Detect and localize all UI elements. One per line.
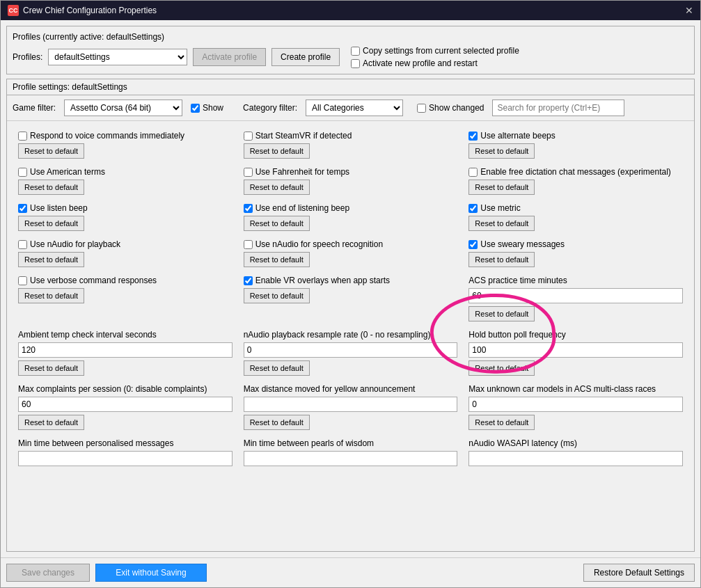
enable-vr-checkbox[interactable] bbox=[244, 276, 253, 285]
end-listen-beep-label: Use end of listening beep bbox=[255, 203, 349, 213]
profiles-section-title: Profiles (currently active: defaultSetti… bbox=[13, 32, 688, 42]
american-terms-checkbox[interactable] bbox=[18, 168, 27, 177]
show-changed-label: Show changed bbox=[429, 103, 484, 113]
ambient-temp-input[interactable] bbox=[18, 342, 233, 358]
american-terms-reset[interactable]: Reset to default bbox=[18, 180, 84, 195]
acs-practice-reset[interactable]: Reset to default bbox=[468, 306, 535, 321]
end-listen-beep-checkbox[interactable] bbox=[244, 204, 253, 213]
setting-start-steamvr: Start SteamVR if detected Reset to defau… bbox=[238, 127, 464, 163]
setting-hold-button-poll: Hold button poll frequency Reset to defa… bbox=[463, 326, 688, 380]
setting-min-time-personalised: Min time between personalised messages bbox=[13, 434, 238, 470]
naudio-speech-checkbox[interactable] bbox=[244, 240, 253, 249]
naudio-playback-checkbox[interactable] bbox=[18, 240, 27, 249]
start-steamvr-reset[interactable]: Reset to default bbox=[244, 143, 310, 159]
create-profile-button[interactable]: Create profile bbox=[271, 48, 340, 66]
max-complaints-input[interactable] bbox=[18, 397, 233, 412]
free-dictation-reset[interactable]: Reset to default bbox=[468, 180, 535, 195]
respond-voice-checkbox[interactable] bbox=[18, 132, 27, 141]
setting-sweary-messages: Use sweary messages Reset to default bbox=[463, 235, 688, 271]
game-filter-dropdown[interactable]: Assetto Corsa (64 bit) bbox=[64, 100, 182, 116]
min-time-pearls-input[interactable] bbox=[244, 451, 458, 466]
game-filter-label: Game filter: bbox=[13, 103, 56, 113]
show-checkbox[interactable] bbox=[191, 104, 200, 113]
fahrenheit-reset[interactable]: Reset to default bbox=[244, 180, 310, 195]
naudio-playback-reset[interactable]: Reset to default bbox=[18, 252, 84, 267]
free-dictation-checkbox[interactable] bbox=[468, 168, 478, 177]
fahrenheit-checkbox[interactable] bbox=[244, 168, 253, 177]
verbose-commands-reset[interactable]: Reset to default bbox=[18, 288, 84, 303]
show-label: Show bbox=[203, 103, 223, 113]
search-input[interactable] bbox=[492, 100, 624, 116]
activate-restart-checkbox[interactable] bbox=[351, 59, 360, 68]
setting-naudio-resample: nAudio playback resample rate (0 - no re… bbox=[238, 326, 464, 380]
profiles-dropdown[interactable]: defaultSettings bbox=[48, 49, 187, 65]
copy-settings-checkbox[interactable] bbox=[351, 47, 360, 56]
max-distance-yellow-reset[interactable]: Reset to default bbox=[244, 415, 310, 430]
restore-defaults-button[interactable]: Restore Default Settings bbox=[583, 564, 695, 582]
max-unknown-cars-label: Max unknown car models in ACS multi-clas… bbox=[468, 384, 683, 394]
listen-beep-label: Use listen beep bbox=[30, 203, 88, 213]
free-dictation-label: Enable free dictation chat messages (exp… bbox=[480, 167, 670, 177]
window-title: Crew Chief Configuration Properties bbox=[23, 6, 157, 15]
alt-beeps-reset[interactable]: Reset to default bbox=[468, 143, 535, 159]
end-listen-beep-reset[interactable]: Reset to default bbox=[244, 216, 310, 231]
max-complaints-label: Max complaints per session (0: disable c… bbox=[18, 384, 233, 394]
listen-beep-reset[interactable]: Reset to default bbox=[18, 216, 84, 231]
max-unknown-cars-reset[interactable]: Reset to default bbox=[468, 415, 535, 430]
naudio-resample-reset[interactable]: Reset to default bbox=[244, 360, 310, 376]
verbose-commands-checkbox[interactable] bbox=[18, 276, 27, 285]
naudio-speech-reset[interactable]: Reset to default bbox=[244, 252, 310, 267]
profiles-section: Profiles (currently active: defaultSetti… bbox=[6, 26, 695, 74]
naudio-speech-label: Use nAudio for speech recognition bbox=[255, 239, 383, 249]
setting-enable-vr: Enable VR overlays when app starts Reset… bbox=[238, 271, 464, 326]
min-time-personalised-input[interactable] bbox=[18, 451, 233, 466]
ambient-temp-label: Ambient temp check interval seconds bbox=[18, 330, 233, 340]
exit-without-saving-button[interactable]: Exit without Saving bbox=[95, 564, 207, 582]
use-metric-reset[interactable]: Reset to default bbox=[468, 216, 535, 231]
max-distance-yellow-input[interactable] bbox=[244, 397, 458, 412]
filters-row: Game filter: Assetto Corsa (64 bit) Show… bbox=[7, 95, 694, 121]
naudio-wasapi-input[interactable] bbox=[468, 451, 683, 466]
setting-listen-beep: Use listen beep Reset to default bbox=[13, 199, 238, 235]
settings-scroll-area[interactable]: Respond to voice commands immediately Re… bbox=[7, 121, 694, 551]
start-steamvr-checkbox[interactable] bbox=[244, 132, 253, 141]
respond-voice-reset[interactable]: Reset to default bbox=[18, 143, 84, 159]
enable-vr-label: Enable VR overlays when app starts bbox=[255, 276, 390, 285]
start-steamvr-label: Start SteamVR if detected bbox=[255, 131, 352, 141]
setting-fahrenheit: Use Fahrenheit for temps Reset to defaul… bbox=[238, 163, 464, 199]
category-filter-dropdown[interactable]: All Categories bbox=[306, 100, 403, 116]
use-metric-checkbox[interactable] bbox=[468, 204, 478, 213]
sweary-messages-reset[interactable]: Reset to default bbox=[468, 252, 535, 267]
setting-ambient-temp: Ambient temp check interval seconds Rese… bbox=[13, 326, 238, 380]
setting-end-listen-beep: Use end of listening beep Reset to defau… bbox=[238, 199, 464, 235]
fahrenheit-label: Use Fahrenheit for temps bbox=[255, 167, 349, 177]
activate-restart-label: Activate new profile and restart bbox=[363, 58, 478, 68]
main-window: CC Crew Chief Configuration Properties ✕… bbox=[0, 0, 701, 588]
alt-beeps-checkbox[interactable] bbox=[468, 132, 478, 141]
setting-naudio-playback: Use nAudio for playback Reset to default bbox=[13, 235, 238, 271]
setting-naudio-speech: Use nAudio for speech recognition Reset … bbox=[238, 235, 464, 271]
ambient-temp-reset[interactable]: Reset to default bbox=[18, 360, 84, 376]
naudio-wasapi-label: nAudio WASAPI latency (ms) bbox=[468, 438, 683, 448]
listen-beep-checkbox[interactable] bbox=[18, 204, 27, 213]
hold-button-poll-input[interactable] bbox=[468, 342, 683, 358]
save-changes-button[interactable]: Save changes bbox=[6, 564, 90, 582]
max-unknown-cars-input[interactable] bbox=[468, 397, 683, 412]
sweary-messages-label: Use sweary messages bbox=[480, 239, 565, 249]
close-button[interactable]: ✕ bbox=[685, 5, 693, 16]
naudio-resample-label: nAudio playback resample rate (0 - no re… bbox=[244, 330, 458, 340]
setting-american-terms: Use American terms Reset to default bbox=[13, 163, 238, 199]
max-distance-yellow-label: Max distance moved for yellow announceme… bbox=[244, 384, 458, 394]
activate-profile-button[interactable]: Activate profile bbox=[193, 48, 266, 66]
alt-beeps-label: Use alternate beeps bbox=[480, 131, 555, 141]
show-changed-checkbox[interactable] bbox=[417, 104, 426, 113]
setting-respond-voice: Respond to voice commands immediately Re… bbox=[13, 127, 238, 163]
acs-practice-input[interactable] bbox=[468, 288, 683, 303]
title-bar: CC Crew Chief Configuration Properties ✕ bbox=[1, 1, 700, 20]
enable-vr-reset[interactable]: Reset to default bbox=[244, 288, 310, 303]
max-complaints-reset[interactable]: Reset to default bbox=[18, 415, 84, 430]
naudio-resample-input[interactable] bbox=[244, 342, 458, 358]
hold-button-poll-reset[interactable]: Reset to default bbox=[468, 360, 535, 376]
setting-max-distance-yellow: Max distance moved for yellow announceme… bbox=[238, 380, 464, 434]
sweary-messages-checkbox[interactable] bbox=[468, 240, 478, 249]
